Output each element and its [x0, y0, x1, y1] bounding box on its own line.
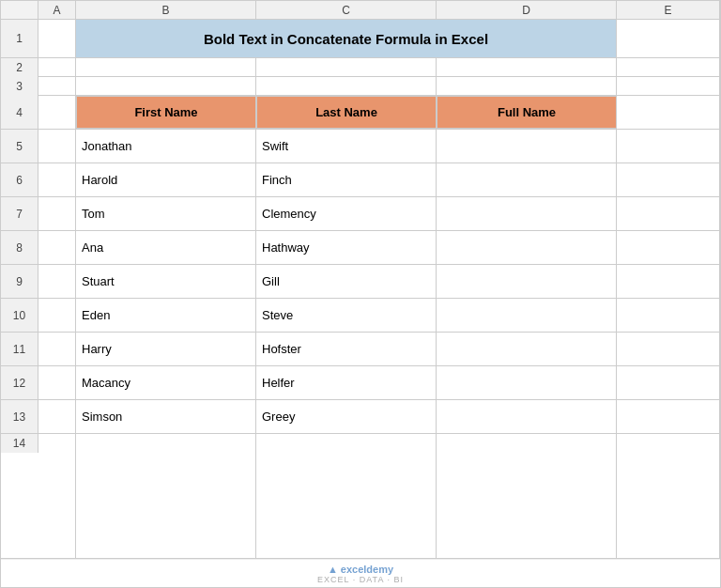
spreadsheet: A B C D E 1 Bold Text in Concatenate For…	[0, 0, 721, 588]
cell-11e	[617, 333, 720, 365]
row-12: 12 Macancy Helfer	[1, 366, 720, 400]
data-rows: 5 Jonathan Swift 6 Harold Finch 7 Tom Cl…	[1, 130, 720, 434]
cell-3d	[437, 77, 617, 95]
column-header-row: A B C D E	[1, 1, 720, 20]
row-num-5: 5	[1, 130, 38, 162]
cell-10a	[38, 299, 76, 332]
cell-5b-first: Jonathan	[76, 130, 256, 162]
cell-3c	[256, 77, 437, 95]
cell-7d-full	[437, 197, 617, 230]
corner-cell	[1, 1, 38, 19]
row-num-9: 9	[1, 265, 38, 298]
cell-2e	[617, 58, 720, 76]
cell-5e	[617, 130, 720, 162]
row-13: 13 Simson Greey	[1, 400, 720, 434]
cell-13e	[617, 400, 720, 433]
cell-13c-last: Greey	[256, 400, 437, 433]
cell-6a	[38, 163, 76, 196]
cell-5d-full	[437, 130, 617, 162]
cell-3b	[76, 77, 256, 95]
cell-6c-last: Finch	[256, 163, 437, 196]
cell-3e	[617, 77, 720, 95]
cell-3a	[38, 77, 76, 95]
cell-2b	[76, 58, 256, 76]
row-num-11: 11	[1, 333, 38, 365]
cell-14d	[437, 434, 617, 558]
header-full-name: Full Name	[437, 96, 617, 129]
row-10: 10 Eden Steve	[1, 299, 720, 333]
row-num-4: 4	[1, 96, 38, 129]
cell-5c-last: Swift	[256, 130, 437, 162]
cell-12b-first: Macancy	[76, 366, 256, 399]
cell-12e	[617, 366, 720, 399]
cell-2d	[437, 58, 617, 76]
row-3: 3	[1, 77, 720, 96]
cell-10d-full	[437, 299, 617, 332]
watermark-logo: ▲ exceldemy	[328, 564, 393, 575]
cell-7b-first: Tom	[76, 197, 256, 230]
cell-14b	[76, 434, 256, 558]
header-last-name: Last Name	[256, 96, 437, 129]
cell-10c-last: Steve	[256, 299, 437, 332]
cell-8b-first: Ana	[76, 231, 256, 264]
row-num-13: 13	[1, 400, 38, 433]
watermark-sub: EXCEL · DATA · BI	[317, 575, 404, 584]
col-header-e: E	[617, 1, 720, 19]
cell-5a	[38, 130, 76, 162]
cell-6d-full	[437, 163, 617, 196]
cell-7e	[617, 197, 720, 230]
cell-10e	[617, 299, 720, 332]
row-6: 6 Harold Finch	[1, 163, 720, 197]
row-num-7: 7	[1, 197, 38, 230]
cell-1a	[38, 20, 76, 57]
cell-14e	[617, 434, 720, 558]
row-2: 2	[1, 58, 720, 77]
cell-6e	[617, 163, 720, 196]
row-9: 9 Stuart Gill	[1, 265, 720, 299]
cell-9e	[617, 265, 720, 298]
header-first-name: First Name	[76, 96, 256, 129]
row-num-1: 1	[1, 20, 38, 57]
cell-11b-first: Harry	[76, 333, 256, 365]
cell-7a	[38, 197, 76, 230]
row-num-3: 3	[1, 77, 38, 96]
cell-9a	[38, 265, 76, 298]
cell-2a	[38, 58, 76, 76]
row-14: 14	[1, 434, 720, 559]
spreadsheet-title: Bold Text in Concatenate Formula in Exce…	[204, 31, 488, 47]
cell-7c-last: Clemency	[256, 197, 437, 230]
col-header-b: B	[76, 1, 256, 19]
cell-13b-first: Simson	[76, 400, 256, 433]
cell-9d-full	[437, 265, 617, 298]
row-num-2: 2	[1, 58, 38, 77]
col-header-d: D	[437, 1, 617, 19]
cell-12d-full	[437, 366, 617, 399]
cell-14a	[38, 434, 76, 558]
row-num-8: 8	[1, 231, 38, 264]
cell-9b-first: Stuart	[76, 265, 256, 298]
cell-1e	[617, 20, 720, 57]
col-header-a: A	[38, 1, 76, 19]
cell-4e	[617, 96, 720, 129]
row-11: 11 Harry Hofster	[1, 333, 720, 366]
cell-12a	[38, 366, 76, 399]
row-7: 7 Tom Clemency	[1, 197, 720, 231]
row-5: 5 Jonathan Swift	[1, 130, 720, 163]
cell-4a	[38, 96, 76, 129]
cell-2c	[256, 58, 437, 76]
cell-12c-last: Helfer	[256, 366, 437, 399]
row-num-6: 6	[1, 163, 38, 196]
watermark: ▲ exceldemy EXCEL · DATA · BI	[317, 564, 404, 584]
cell-14c	[256, 434, 437, 558]
title-cell: Bold Text in Concatenate Formula in Exce…	[76, 20, 617, 57]
cell-8e	[617, 231, 720, 264]
cell-9c-last: Gill	[256, 265, 437, 298]
cell-11a	[38, 333, 76, 365]
cell-8c-last: Hathway	[256, 231, 437, 264]
row-num-14: 14	[1, 434, 38, 453]
cell-13a	[38, 400, 76, 433]
watermark-row: ▲ exceldemy EXCEL · DATA · BI	[1, 559, 720, 587]
cell-10b-first: Eden	[76, 299, 256, 332]
row-1: 1 Bold Text in Concatenate Formula in Ex…	[1, 20, 720, 58]
cell-11d-full	[437, 333, 617, 365]
